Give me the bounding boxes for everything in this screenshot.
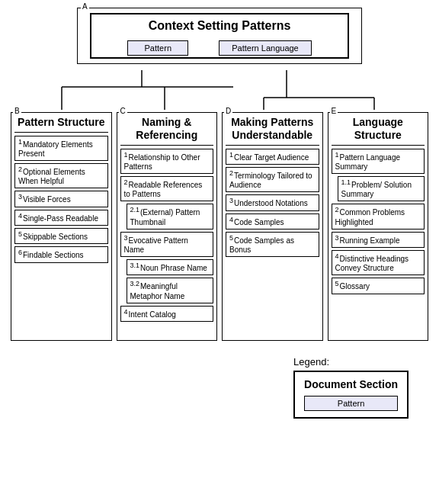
col-c-item-1: 1Relationship to Other Patterns — [120, 149, 214, 174]
col-c-item-4: 4Intent Catalog — [120, 306, 214, 322]
column-naming-referencing: C Naming &Referencing 1Relationship to O… — [117, 112, 218, 341]
col-b-item-1: 1Mandatory Elements Present — [14, 136, 108, 161]
col-c-label: C — [119, 107, 127, 115]
col-b-label: B — [13, 107, 21, 115]
col-d-title: Making Patterns Understandable — [226, 116, 319, 146]
legend-wrapper: Legend: Document Section Pattern — [293, 356, 409, 419]
legend-section: Legend: Document Section Pattern — [8, 356, 431, 419]
col-c-item-2-1: 2.1(External) Pattern Thumbnail — [127, 204, 214, 229]
col-d-item-3: 3Understood Notations — [226, 194, 319, 210]
context-outer-box: A Context Setting Patterns Pattern Patte… — [77, 8, 362, 64]
column-making-patterns: D Making Patterns Understandable 1Clear … — [222, 112, 323, 341]
col-b-title: Pattern Structure — [14, 116, 108, 133]
col-d-item-4: 4Code Samples — [226, 213, 319, 230]
col-e-item-4: 4Distinctive Headings Convey Structure — [332, 250, 425, 275]
col-d-item-2: 2Terminology Tailored to Audience — [226, 167, 319, 192]
diagram-title: Context Setting Patterns — [96, 16, 343, 36]
col-c-item-3: 3Evocative Pattern Name — [120, 232, 214, 257]
context-box: Context Setting Patterns Pattern Pattern… — [90, 13, 349, 59]
col-e-item-1-1: 1.1Problem/ Solution Summary — [338, 176, 425, 201]
col-b-item-6: 6Findable Sections — [14, 246, 108, 262]
col-b-item-5: 5Skippable Sections — [14, 228, 108, 244]
col-d-label: D — [224, 107, 232, 115]
col-c-title: Naming &Referencing — [120, 116, 214, 146]
pattern-pill-1: Pattern — [127, 40, 188, 56]
top-label: A — [81, 2, 89, 11]
column-pattern-structure: B Pattern Structure 1Mandatory Elements … — [11, 112, 112, 341]
diagram-container: A Context Setting Patterns Pattern Patte… — [0, 0, 439, 426]
col-b-item-2: 2Optional Elements When Helpful — [14, 163, 108, 188]
top-patterns-row: Pattern Pattern Language — [96, 40, 343, 56]
columns-row: B Pattern Structure 1Mandatory Elements … — [8, 112, 431, 341]
legend-title: Document Section — [304, 378, 398, 391]
top-section: A Context Setting Patterns Pattern Patte… — [8, 8, 431, 64]
col-e-item-3: 3Running Example — [332, 232, 425, 248]
col-c-item-3-2: 3.2Meaningful Metaphor Name — [127, 278, 214, 303]
col-d-item-1: 1Clear Target Audience — [226, 149, 319, 165]
connector-lines — [8, 70, 431, 112]
legend-outer-box: Document Section Pattern — [293, 371, 409, 419]
col-e-item-5: 5Glossary — [332, 278, 425, 294]
col-b-item-4: 4Single-Pass Readable — [14, 210, 108, 226]
col-c-item-2: 2Readable References to Patterns — [120, 176, 214, 201]
legend-pill: Pattern — [304, 396, 398, 411]
col-e-title: Language Structure — [332, 116, 425, 146]
column-language-structure: E Language Structure 1Pattern Language S… — [328, 112, 429, 341]
pattern-pill-2: Pattern Language — [219, 40, 311, 56]
col-d-item-5: 5Code Samples as Bonus — [226, 232, 319, 257]
col-e-item-1: 1Pattern Language Summary — [332, 149, 425, 174]
col-c-item-3-1: 3.1Noun Phrase Name — [127, 259, 214, 275]
col-e-item-2: 2Common Problems Highlighted — [332, 204, 425, 229]
col-b-item-3: 3Visible Forces — [14, 191, 108, 207]
legend-label: Legend: — [293, 356, 409, 368]
col-e-label: E — [330, 107, 338, 115]
